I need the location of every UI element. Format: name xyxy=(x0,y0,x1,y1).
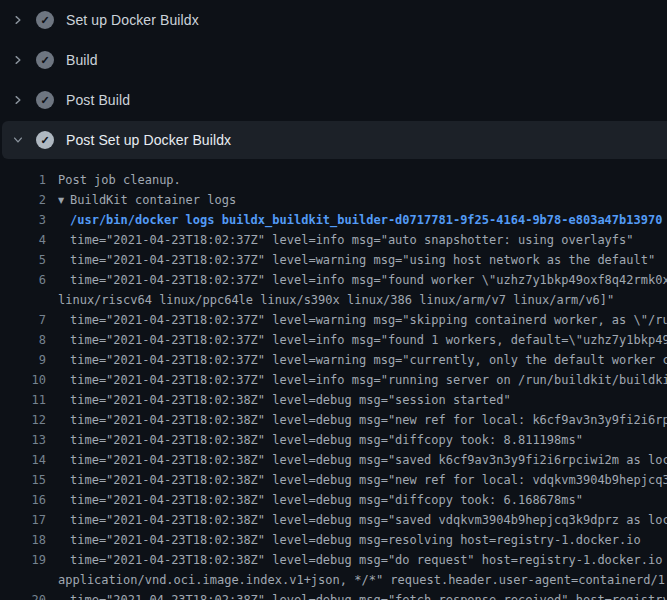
line-number[interactable]: 7 xyxy=(0,310,46,330)
log-text: time="2021-04-23T18:02:38Z" level=debug … xyxy=(70,390,511,410)
log-text: time="2021-04-23T18:02:38Z" level=debug … xyxy=(70,410,667,430)
chevron-right-icon[interactable] xyxy=(12,14,24,26)
log-text: time="2021-04-23T18:02:38Z" level=debug … xyxy=(70,490,583,510)
line-number[interactable]: 10 xyxy=(0,370,46,390)
line-number[interactable] xyxy=(0,570,46,590)
log-line: 11 time="2021-04-23T18:02:38Z" level=deb… xyxy=(0,390,667,410)
log-line: 5 time="2021-04-23T18:02:37Z" level=warn… xyxy=(0,250,667,270)
line-number[interactable]: 11 xyxy=(0,390,46,410)
line-number[interactable]: 1 xyxy=(0,170,46,190)
log-line: 13 time="2021-04-23T18:02:38Z" level=deb… xyxy=(0,430,667,450)
step-label: Post Set up Docker Buildx xyxy=(66,132,231,148)
log-line: linux/riscv64 linux/ppc64le linux/s390x … xyxy=(0,290,667,310)
log-line: 7 time="2021-04-23T18:02:37Z" level=warn… xyxy=(0,310,667,330)
log-line: 20 time="2021-04-23T18:02:38Z" level=deb… xyxy=(0,590,667,600)
line-number[interactable]: 6 xyxy=(0,270,46,290)
line-number[interactable]: 12 xyxy=(0,410,46,430)
command-text: /usr/bin/docker logs buildx_buildkit_bui… xyxy=(70,210,662,230)
log-line: 3 /usr/bin/docker logs buildx_buildkit_b… xyxy=(0,210,667,230)
line-number[interactable]: 3 xyxy=(0,210,46,230)
log-line: 6 time="2021-04-23T18:02:37Z" level=info… xyxy=(0,270,667,290)
log-text: time="2021-04-23T18:02:38Z" level=debug … xyxy=(70,510,667,530)
step-label: Post Build xyxy=(66,92,130,108)
log-line: 14 time="2021-04-23T18:02:38Z" level=deb… xyxy=(0,450,667,470)
log-text: linux/riscv64 linux/ppc64le linux/s390x … xyxy=(58,290,614,310)
log-text: time="2021-04-23T18:02:38Z" level=debug … xyxy=(70,430,583,450)
check-circle-icon: ✓ xyxy=(36,91,54,109)
chevron-down-icon[interactable] xyxy=(12,134,24,146)
log-text: Post job cleanup. xyxy=(58,170,181,190)
line-number[interactable]: 17 xyxy=(0,510,46,530)
line-number[interactable]: 18 xyxy=(0,530,46,550)
log-panel: 1 Post job cleanup. 2 ▼BuildKit containe… xyxy=(0,160,667,600)
log-text: time="2021-04-23T18:02:38Z" level=debug … xyxy=(70,470,667,490)
line-number[interactable]: 15 xyxy=(0,470,46,490)
check-circle-icon: ✓ xyxy=(36,131,54,149)
check-circle-icon: ✓ xyxy=(36,11,54,29)
log-text: time="2021-04-23T18:02:37Z" level=info m… xyxy=(70,270,667,290)
step-list: ✓ Set up Docker Buildx ✓ Build ✓ Post Bu… xyxy=(0,0,667,159)
line-number[interactable]: 16 xyxy=(0,490,46,510)
line-number[interactable]: 9 xyxy=(0,350,46,370)
log-line: 16 time="2021-04-23T18:02:38Z" level=deb… xyxy=(0,490,667,510)
line-number[interactable]: 20 xyxy=(0,590,46,600)
step-header[interactable]: ✓ Post Build xyxy=(0,80,667,120)
log-line: 18 time="2021-04-23T18:02:38Z" level=deb… xyxy=(0,530,667,550)
log-text: time="2021-04-23T18:02:37Z" level=info m… xyxy=(70,330,667,350)
log-line: 1 Post job cleanup. xyxy=(0,170,667,190)
log-text: time="2021-04-23T18:02:37Z" level=info m… xyxy=(70,370,667,390)
chevron-right-icon[interactable] xyxy=(12,94,24,106)
collapse-triangle-icon[interactable]: ▼ xyxy=(58,191,70,211)
log-line: 4 time="2021-04-23T18:02:37Z" level=info… xyxy=(0,230,667,250)
log-line: 17 time="2021-04-23T18:02:38Z" level=deb… xyxy=(0,510,667,530)
step-header[interactable]: ✓ Post Set up Docker Buildx xyxy=(2,121,667,159)
line-number[interactable]: 13 xyxy=(0,430,46,450)
line-number[interactable]: 8 xyxy=(0,330,46,350)
line-number[interactable]: 4 xyxy=(0,230,46,250)
log-text: time="2021-04-23T18:02:37Z" level=warnin… xyxy=(70,310,667,330)
log-line: 9 time="2021-04-23T18:02:37Z" level=warn… xyxy=(0,350,667,370)
log-text: time="2021-04-23T18:02:38Z" level=debug … xyxy=(70,450,667,470)
line-number[interactable]: 19 xyxy=(0,550,46,570)
step-header[interactable]: ✓ Build xyxy=(0,40,667,80)
line-number[interactable]: 5 xyxy=(0,250,46,270)
log-text: time="2021-04-23T18:02:38Z" level=debug … xyxy=(70,530,641,550)
step-header[interactable]: ✓ Set up Docker Buildx xyxy=(0,0,667,40)
log-line: 12 time="2021-04-23T18:02:38Z" level=deb… xyxy=(0,410,667,430)
actions-log-viewer: ✓ Set up Docker Buildx ✓ Build ✓ Post Bu… xyxy=(0,0,667,600)
log-text: time="2021-04-23T18:02:37Z" level=info m… xyxy=(70,230,634,250)
log-text: time="2021-04-23T18:02:38Z" level=debug … xyxy=(70,590,667,600)
line-number[interactable]: 14 xyxy=(0,450,46,470)
log-line: application/vnd.oci.image.index.v1+json,… xyxy=(0,570,667,590)
log-text: time="2021-04-23T18:02:37Z" level=warnin… xyxy=(70,250,655,270)
log-line: 8 time="2021-04-23T18:02:37Z" level=info… xyxy=(0,330,667,350)
log-line: 2 ▼BuildKit container logs xyxy=(0,190,667,210)
log-line: 19 time="2021-04-23T18:02:38Z" level=deb… xyxy=(0,550,667,570)
log-text: application/vnd.oci.image.index.v1+json,… xyxy=(58,570,667,590)
line-number[interactable]: 2 xyxy=(0,190,46,210)
check-circle-icon: ✓ xyxy=(36,51,54,69)
group-label[interactable]: BuildKit container logs xyxy=(70,193,236,207)
log-line: 10 time="2021-04-23T18:02:37Z" level=inf… xyxy=(0,370,667,390)
step-label: Build xyxy=(66,52,98,68)
log-text: ▼BuildKit container logs xyxy=(58,190,236,210)
log-line: 15 time="2021-04-23T18:02:38Z" level=deb… xyxy=(0,470,667,490)
chevron-right-icon[interactable] xyxy=(12,54,24,66)
line-number[interactable] xyxy=(0,290,46,310)
log-text: time="2021-04-23T18:02:38Z" level=debug … xyxy=(70,550,667,570)
log-text: time="2021-04-23T18:02:37Z" level=warnin… xyxy=(70,350,667,370)
step-label: Set up Docker Buildx xyxy=(66,12,199,28)
